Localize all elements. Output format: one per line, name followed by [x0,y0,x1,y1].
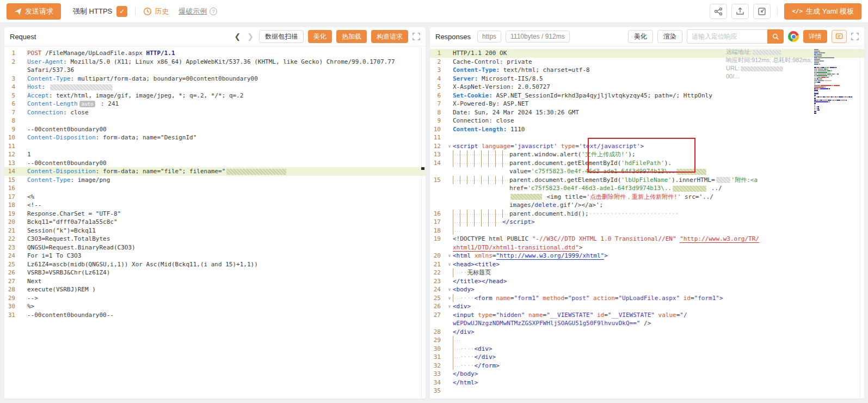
feedback-button[interactable] [832,30,847,43]
share-button[interactable] [710,4,727,19]
code-line: images/delete.gif'/></a>'; [430,201,864,210]
import-button[interactable] [753,4,771,19]
meta-line: URL: [726,64,814,72]
force-https-checkbox[interactable]: ✓ [116,6,127,17]
code-line: value='c75f5823-0e4f-46d3-ade1-64f3d9974… [430,167,864,176]
code-line: 20∨<html xmlns="http://www.w3.org/1999/x… [430,252,864,260]
code-line: 11 [4,142,426,151]
history-clock-icon[interactable] [143,7,152,16]
beautify-response-button[interactable]: 美化 [628,30,653,43]
generate-yaml-button[interactable]: </> 生成 Yaml 模板 [784,3,861,20]
code-line: 26∨<div> [430,302,864,311]
code-line: 15parent.document.getElementById('lbUpFi… [430,176,864,185]
code-line: 26VSRBJ=VSRBJ&Chr(Lz61Z4) [4,268,426,277]
message-icon [835,33,843,40]
divider [135,7,136,16]
code-line: 16 [4,184,426,193]
export-button[interactable] [731,4,749,19]
search-input[interactable] [687,29,767,44]
search-box [687,29,784,44]
code-line: 14Content-Disposition: form-data; name="… [4,167,426,176]
expand-response-icon[interactable] [851,33,859,40]
chrome-icon[interactable] [788,31,799,42]
code-line: 10Content-Disposition: form-data; name="… [4,133,426,142]
code-line: 30%> [4,302,426,311]
code-line: 10Content-Length: 1110 [430,125,864,134]
response-meta-overlay: 远端地址:响应时间:912ms; 总耗时:982ms;URL:00/... [726,48,814,81]
code-line: 21∨<head><title> [430,260,864,269]
code-line: 7Connection: close [4,108,426,117]
packet-scan-button[interactable]: 数据包扫描 [259,30,304,43]
code-line: 17<% [4,193,426,202]
divider [777,7,778,16]
code-line: 22··无标题页 [430,268,864,277]
history-link[interactable]: 历史 [155,7,169,16]
response-panel: Responses https 1110bytes / 912ms 美化 渲染 … [430,27,864,399]
meta-line: 00/... [726,72,814,81]
minimap[interactable] [814,49,858,116]
code-line: 121 [4,150,426,159]
code-line: 19<!DOCTYPE html PUBLIC "-//W3C//DTD XHT… [430,235,864,243]
beautify-request-button[interactable]: 美化 [308,30,332,43]
code-line: 1POST /FileManage/UpLoadFile.aspx HTTP/1… [4,49,426,58]
code-line: 5Accept: text/html, image/gif, image/jpe… [4,91,426,100]
code-line: 29 [430,336,864,345]
blast-example-link[interactable]: 爆破示例 [178,7,207,16]
code-line: 30····<div> [430,345,864,353]
code-line: <img title='点击删除附件，重新上传新附件!' src='../ [430,193,864,202]
code-line: 24For i=1 To C3O3 [4,252,426,260]
request-scrollbar[interactable] [421,47,422,399]
code-line: 31--00content0boundary00-- [4,311,426,320]
request-panel-header: Request ❮ ❯ 数据包扫描 美化 热加载 构造请求 [4,27,426,46]
send-request-label: 发送请求 [25,7,53,16]
code-line: 22C3O3=Request.TotalBytes [4,235,426,243]
code-line: 33</body> [430,370,864,378]
code-line: 2User-Agent: Mozilla/5.0 (X11; Linux x86… [4,58,426,66]
request-panel: Request ❮ ❯ 数据包扫描 美化 热加载 构造请求 1POST /Fil… [4,27,426,399]
code-line: 27Next [4,277,426,286]
response-scrollbar[interactable] [860,47,860,399]
code-icon: </> [792,8,803,15]
hotload-button[interactable]: 热加载 [336,30,367,43]
code-line: 11 [430,133,864,142]
expand-request-icon[interactable] [413,33,420,40]
code-line: 23QNGSU=Request.BinaryRead(C3O3) [4,243,426,252]
code-line: 9--00content0boundary00 [4,125,426,134]
code-line: 18 [430,227,864,235]
protocol-badge: https [477,30,501,42]
next-arrow-icon[interactable]: ❯ [246,32,255,41]
code-line: 21Session("k")=Bckq11 [4,227,426,235]
code-line: 5X-AspNet-Version: 2.0.50727 [430,83,864,91]
code-line: 18<!-- [4,201,426,210]
code-line: 8Date: Sun, 24 Mar 2024 15:30:26 GMT [430,108,864,117]
meta-line: 远端地址: [726,48,814,56]
code-line: 28</div> [430,328,864,337]
code-line: 32····</form> [430,362,864,370]
response-editor[interactable]: 1HTTP/1.1 200 OK2Cache-Control: private3… [430,47,864,399]
request-editor[interactable]: 1POST /FileManage/UpLoadFile.aspx HTTP/1… [4,47,426,399]
code-line: 23</title></head> [430,277,864,286]
code-line: 31····</div> [430,353,864,362]
detail-button[interactable]: 详情 [803,30,827,43]
code-line: 19Response.CharSet = "UTF-8" [4,210,426,218]
search-button[interactable] [767,29,784,44]
code-line: 15Content-Type: image/png [4,176,426,185]
send-request-button[interactable]: 发送请求 [7,3,61,20]
code-line: Safari/537.36 [4,66,426,75]
code-line: 6Set-Cookie: ASP.NET_SessionId=rkhd3pa4q… [430,91,864,100]
construct-request-button[interactable]: 构造请求 [371,30,408,43]
render-button[interactable]: 渲染 [657,30,682,43]
code-line: 20Bckq11="dfff0a7fa1a55c8c" [4,218,426,227]
prev-arrow-icon[interactable]: ❮ [233,32,242,41]
meta-line: 响应时间:912ms; 总耗时:982ms; [726,56,814,64]
code-line: 34</html> [430,378,864,387]
size-time-badge: 1110bytes / 912ms [506,30,570,42]
paper-plane-icon [14,8,22,15]
export-icon [736,7,744,16]
code-line: 24∨<body> [430,285,864,294]
share-icon [714,7,723,16]
question-icon: ? [210,8,217,15]
overview-ruler-mark [421,167,424,170]
code-line: 25Lz61Z4=ascb(midb(QNGSU,i,1)) Xor Asc(M… [4,260,426,269]
response-panel-header: Responses https 1110bytes / 912ms 美化 渲染 … [430,27,864,46]
